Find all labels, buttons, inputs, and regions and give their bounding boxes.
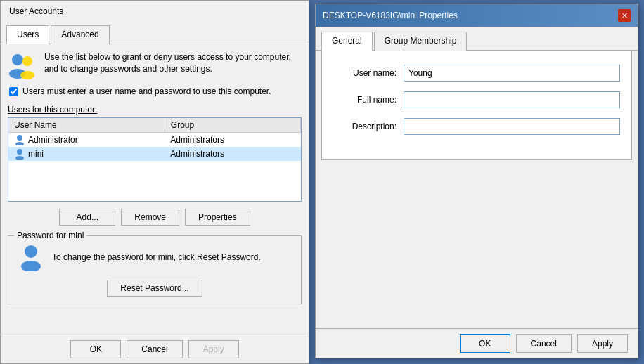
svg-point-2 xyxy=(22,56,32,66)
prop-apply-button[interactable]: Apply xyxy=(577,334,628,353)
users-for-computer-label: Users for this computer: xyxy=(8,105,302,115)
user-accounts-body: Use the list below to grant or deny user… xyxy=(1,44,309,226)
svg-point-6 xyxy=(17,149,22,155)
mini-icon xyxy=(14,148,25,160)
username-row: User name: xyxy=(333,65,620,82)
must-enter-password-label: Users must enter a user name and passwor… xyxy=(22,86,271,96)
user-action-buttons: Add... Remove Properties xyxy=(8,209,302,226)
mini-username: mini xyxy=(28,149,44,159)
properties-button[interactable]: Properties xyxy=(185,209,250,226)
administrator-icon xyxy=(14,134,25,145)
prop-ok-button[interactable]: OK xyxy=(460,334,510,353)
users-table: User Name Group Administrator xyxy=(8,118,301,161)
tab-group-membership[interactable]: Group Membership xyxy=(374,32,468,51)
table-row[interactable]: mini Administrators xyxy=(8,147,301,161)
ua-header: Use the list below to grant or deny user… xyxy=(8,51,302,79)
col-username: User Name xyxy=(8,118,165,133)
must-enter-password-row: Users must enter a user name and passwor… xyxy=(9,86,302,96)
password-description: To change the password for mini, click R… xyxy=(52,252,261,264)
svg-point-8 xyxy=(25,245,37,258)
tab-advanced[interactable]: Advanced xyxy=(51,25,109,44)
properties-body: User name: Full name: Description: xyxy=(321,51,632,160)
svg-point-5 xyxy=(15,142,24,145)
admin-username: Administrator xyxy=(28,135,78,145)
properties-titlebar: DESKTOP-V6183IG\mini Properties ✕ xyxy=(316,4,638,27)
ua-description: Use the list below to grant or deny user… xyxy=(44,51,302,75)
username-label: User name: xyxy=(333,68,404,78)
remove-button[interactable]: Remove xyxy=(121,209,179,226)
svg-point-7 xyxy=(15,156,24,160)
description-label: Description: xyxy=(333,122,404,131)
prop-cancel-button[interactable]: Cancel xyxy=(516,334,572,353)
password-user-icon xyxy=(17,243,45,271)
ua-apply-button[interactable]: Apply xyxy=(188,340,239,358)
properties-title: DESKTOP-V6183IG\mini Properties xyxy=(323,11,458,20)
user-accounts-title: User Accounts xyxy=(9,6,63,16)
admin-group: Administrators xyxy=(165,133,300,148)
properties-close-button[interactable]: ✕ xyxy=(618,9,631,22)
description-input[interactable] xyxy=(404,118,620,135)
properties-tab-bar: General Group Membership xyxy=(316,27,638,51)
password-group-label: Password for mini xyxy=(14,230,86,240)
properties-footer: OK Cancel Apply xyxy=(316,328,638,358)
users-table-container: User Name Group Administrator xyxy=(8,117,302,202)
password-group-box: Password for mini To change the password… xyxy=(8,235,302,304)
tab-general[interactable]: General xyxy=(321,32,373,51)
fullname-label: Full name: xyxy=(333,95,404,105)
reset-password-button[interactable]: Reset Password... xyxy=(107,280,202,297)
user-accounts-footer: OK Cancel Apply xyxy=(1,334,309,363)
fullname-row: Full name: xyxy=(333,91,620,108)
ua-cancel-button[interactable]: Cancel xyxy=(127,340,182,358)
fullname-input[interactable] xyxy=(404,91,620,108)
col-group: Group xyxy=(165,118,300,133)
svg-point-9 xyxy=(21,261,41,271)
password-section: To change the password for mini, click R… xyxy=(17,243,292,271)
user-accounts-dialog: User Accounts Users Advanced Use the lis… xyxy=(0,0,309,364)
username-input[interactable] xyxy=(404,65,620,82)
reset-btn-row: Reset Password... xyxy=(17,280,292,297)
svg-point-0 xyxy=(12,54,23,65)
user-accounts-tab-bar: Users Advanced xyxy=(1,20,309,44)
description-row: Description: xyxy=(333,118,620,135)
must-enter-password-checkbox[interactable] xyxy=(9,87,18,96)
properties-dialog: DESKTOP-V6183IG\mini Properties ✕ Genera… xyxy=(315,4,638,358)
table-row[interactable]: Administrator Administrators xyxy=(8,133,301,148)
user-accounts-titlebar: User Accounts xyxy=(1,1,309,20)
tab-users[interactable]: Users xyxy=(6,25,49,44)
mini-group: Administrators xyxy=(165,147,300,161)
svg-point-3 xyxy=(20,71,34,79)
add-button[interactable]: Add... xyxy=(59,209,115,226)
svg-point-4 xyxy=(17,135,22,141)
users-icon xyxy=(8,51,36,79)
ua-ok-button[interactable]: OK xyxy=(70,340,121,358)
